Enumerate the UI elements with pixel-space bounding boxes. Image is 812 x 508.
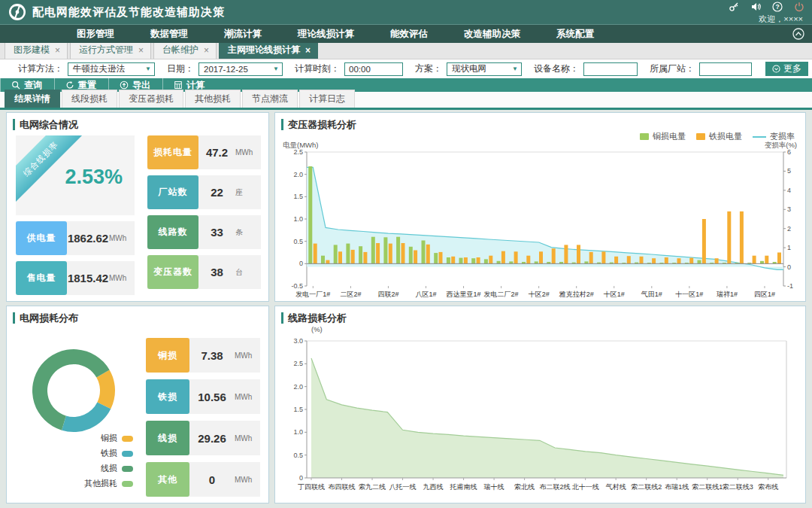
legend-label: 其他损耗 xyxy=(84,478,117,489)
key-icon[interactable] xyxy=(729,2,739,12)
svg-text:1.5: 1.5 xyxy=(293,406,303,413)
app-logo-icon xyxy=(9,4,26,20)
svg-text:2.5: 2.5 xyxy=(293,360,303,367)
legend-item-其他损耗: 其他损耗 xyxy=(73,478,133,489)
svg-text:布瑞1线: 布瑞1线 xyxy=(665,483,689,491)
tab-运行方式管理[interactable]: 运行方式管理× xyxy=(70,41,151,59)
subtab-线段损耗[interactable]: 线段损耗 xyxy=(62,90,117,108)
stat-unit: MWh xyxy=(109,221,135,255)
stat-value: 22 xyxy=(198,175,235,209)
close-icon[interactable]: × xyxy=(55,47,60,54)
stat-unit: MWh xyxy=(235,135,261,169)
sound-icon[interactable] xyxy=(750,2,761,12)
menu-item-1[interactable]: 图形管理 xyxy=(59,25,132,43)
method-select[interactable]: 牛顿拉夫逊法▼ xyxy=(68,62,155,76)
svg-text:索二联线2: 索二联线2 xyxy=(631,483,662,491)
tab-主网理论线损计算[interactable]: 主网理论线损计算× xyxy=(219,41,318,59)
welcome-text: 欢迎，×××× xyxy=(759,14,804,25)
time-label: 计算时刻： xyxy=(295,62,340,75)
help-icon[interactable]: ? xyxy=(772,2,783,12)
stat-card-其他: 其他0MWh xyxy=(146,462,260,497)
main-menu-items: 图形管理数据管理潮流计算理论线损计算能效评估改造辅助决策系统配置 xyxy=(59,25,612,43)
tab-图形建模[interactable]: 图形建模× xyxy=(5,41,68,59)
svg-text:5: 5 xyxy=(787,167,791,175)
subtab-节点潮流[interactable]: 节点潮流 xyxy=(242,90,298,108)
time-input[interactable] xyxy=(344,62,403,76)
stat-card-线路数: 线路数33条 xyxy=(147,215,261,249)
legend-marker xyxy=(122,436,133,442)
station-input[interactable] xyxy=(699,62,752,76)
svg-text:十区2#: 十区2# xyxy=(529,291,550,298)
svg-text:3: 3 xyxy=(787,205,791,213)
collapse-up-icon[interactable] xyxy=(792,28,804,40)
stat-label: 厂站数 xyxy=(147,175,198,209)
plan-select[interactable]: 现状电网▼ xyxy=(447,62,522,76)
stat-card-铁损: 铁损10.56MWh xyxy=(146,379,260,414)
panel-transformer-loss: 变压器损耗分析 铜损电量铁损电量变损率 电量(MWh)变损率(%)2.52.01… xyxy=(274,112,806,302)
svg-text:1.0: 1.0 xyxy=(293,215,303,223)
stat-label: 其他 xyxy=(146,462,189,497)
overview-right-column: 损耗电量47.2MWh厂站数22座线路数33条变压器数38台 xyxy=(147,135,261,289)
svg-text:0: 0 xyxy=(787,263,791,271)
svg-text:丁四联线: 丁四联线 xyxy=(298,483,325,491)
menu-item-3[interactable]: 潮流计算 xyxy=(206,25,280,43)
stat-label: 铁损 xyxy=(146,379,189,414)
legend-marker xyxy=(122,451,133,457)
stat-label: 损耗电量 xyxy=(147,135,198,169)
stat-unit: 台 xyxy=(235,255,261,289)
panel-loss-distribution: 电网损耗分布 铜损铁损线损其他损耗 铜损7.38MWh铁损10.56MWh线损2… xyxy=(6,306,269,503)
menu-item-4[interactable]: 理论线损计算 xyxy=(280,25,372,43)
stat-label: 线路数 xyxy=(147,215,198,249)
legend-marker xyxy=(640,133,649,140)
stat-unit: 条 xyxy=(235,215,261,249)
svg-text:布四联线: 布四联线 xyxy=(329,483,356,491)
svg-text:九西线: 九西线 xyxy=(423,483,444,491)
stat-label: 售电量 xyxy=(16,261,67,295)
svg-text:雅克拉村2#: 雅克拉村2# xyxy=(559,291,594,298)
stat-label: 铜损 xyxy=(146,338,189,373)
menu-item-7[interactable]: 系统配置 xyxy=(538,25,612,43)
legend-label: 线损 xyxy=(101,463,117,474)
panel-grid-overview: 电网综合情况 综合线损率 2.53% 供电量1862.62MWh售电量1815.… xyxy=(6,112,269,302)
circle-down-icon xyxy=(772,65,780,73)
close-icon[interactable]: × xyxy=(305,47,311,54)
subtab-结果详情[interactable]: 结果详情 xyxy=(5,90,60,108)
subtab-其他损耗[interactable]: 其他损耗 xyxy=(185,90,241,108)
stat-value: 1862.62 xyxy=(67,221,109,255)
menu-item-6[interactable]: 改造辅助决策 xyxy=(446,25,538,43)
subtab-计算日志[interactable]: 计算日志 xyxy=(299,90,355,108)
svg-text:变损率(%): 变损率(%) xyxy=(765,141,797,149)
stat-value: 33 xyxy=(198,215,235,249)
dashboard: 电网综合情况 综合线损率 2.53% 供电量1862.62MWh售电量1815.… xyxy=(0,110,812,508)
svg-text:4: 4 xyxy=(787,187,791,194)
loss-rate-value: 2.53% xyxy=(65,166,123,189)
legend-item-铁损: 铁损 xyxy=(73,448,133,459)
tab-label: 运行方式管理 xyxy=(79,44,133,56)
close-icon[interactable]: × xyxy=(204,47,209,54)
device-input[interactable] xyxy=(583,62,638,76)
power-icon[interactable] xyxy=(794,2,804,12)
tab-label: 图形建模 xyxy=(14,44,50,56)
tab-label: 主网理论线损计算 xyxy=(228,44,300,56)
stat-card-铜损: 铜损7.38MWh xyxy=(146,338,260,373)
stat-unit: MWh xyxy=(235,379,260,414)
brand: 配电网能效评估及节能改造辅助决策 xyxy=(9,4,225,20)
calc-icon xyxy=(174,81,183,90)
loss-cards: 铜损7.38MWh铁损10.56MWh线损29.26MWh其他0MWh xyxy=(146,338,260,497)
stat-value: 0 xyxy=(189,462,235,497)
subtab-变压器损耗[interactable]: 变压器损耗 xyxy=(119,90,183,108)
close-icon[interactable]: × xyxy=(138,47,144,54)
stat-card-售电量: 售电量1815.42MWh xyxy=(16,261,135,295)
more-button[interactable]: 更多 xyxy=(765,62,808,76)
date-select[interactable]: 2017-12-25▼ xyxy=(198,62,283,76)
panel-title: 电网损耗分布 xyxy=(13,312,78,324)
svg-text:2.0: 2.0 xyxy=(293,171,303,178)
tab-台帐维护[interactable]: 台帐维护× xyxy=(153,41,217,59)
stat-label: 变压器数 xyxy=(147,255,198,289)
date-value: 2017-12-25 xyxy=(204,65,248,74)
top-header: 配电网能效评估及节能改造辅助决策 ? 欢迎，×××× xyxy=(0,0,812,25)
menu-item-2[interactable]: 数据管理 xyxy=(132,25,206,43)
svg-text:二区2#: 二区2# xyxy=(340,291,361,298)
device-label: 设备名称： xyxy=(534,62,579,75)
menu-item-5[interactable]: 能效评估 xyxy=(372,25,446,43)
